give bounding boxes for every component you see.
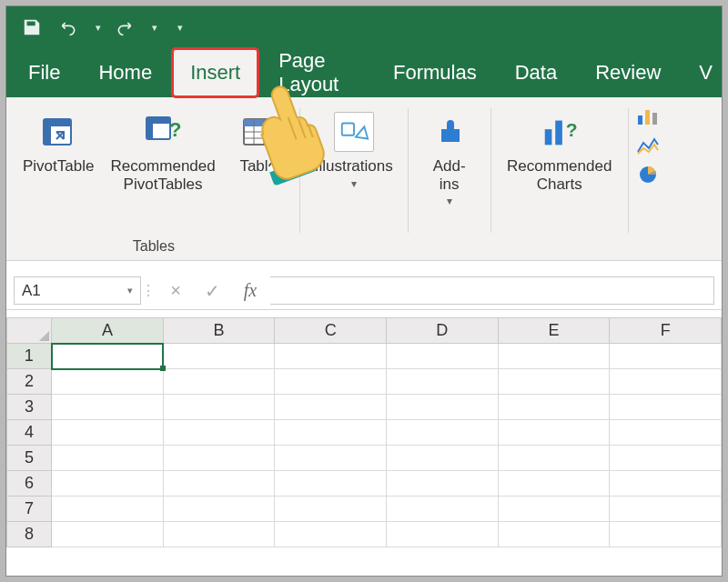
column-header-c[interactable]: C — [275, 318, 387, 344]
ribbon-group-charts: ? Recommended Charts — [495, 103, 624, 260]
cell[interactable] — [275, 344, 387, 369]
cell[interactable] — [387, 522, 499, 547]
recommended-pivottables-button[interactable]: ? Recommended PivotTables — [105, 106, 220, 196]
cell-a1[interactable] — [52, 344, 164, 369]
column-header-e[interactable]: E — [498, 318, 610, 344]
cell[interactable] — [52, 522, 164, 547]
cell[interactable] — [387, 369, 499, 395]
name-box[interactable]: A1 ▾ — [14, 276, 141, 305]
undo-caret-icon[interactable]: ▾ — [96, 22, 101, 34]
cell[interactable] — [498, 446, 610, 471]
column-header-b[interactable]: B — [163, 318, 275, 344]
cell[interactable] — [275, 446, 387, 471]
illustrations-button[interactable]: Illustrations ▾ — [309, 106, 399, 194]
cell[interactable] — [498, 497, 610, 522]
cell[interactable] — [387, 344, 499, 369]
cell[interactable] — [610, 446, 722, 471]
cell[interactable] — [163, 344, 275, 369]
fx-icon[interactable]: fx — [230, 280, 270, 301]
button-label: Recommended Charts — [507, 157, 612, 193]
bar-chart-icon[interactable] — [634, 105, 662, 128]
column-header-a[interactable]: A — [52, 318, 164, 344]
cell[interactable] — [610, 395, 722, 420]
cell[interactable] — [163, 522, 275, 547]
row-header[interactable]: 1 — [7, 344, 52, 369]
cell[interactable] — [52, 471, 164, 497]
cell[interactable] — [387, 497, 499, 522]
tab-view-truncated[interactable]: V — [681, 48, 718, 97]
select-all-corner[interactable] — [7, 318, 52, 344]
cell[interactable] — [498, 522, 610, 547]
tab-insert[interactable]: Insert — [172, 48, 258, 97]
line-chart-icon[interactable] — [634, 134, 662, 157]
cell[interactable] — [387, 395, 499, 420]
cell[interactable] — [275, 522, 387, 547]
cell[interactable] — [498, 395, 610, 420]
worksheet-grid[interactable]: A B C D E F 1 2 3 4 5 6 7 8 — [6, 317, 722, 547]
chart-type-mini-buttons — [632, 103, 663, 260]
cell[interactable] — [387, 420, 499, 446]
cell[interactable] — [610, 497, 722, 522]
tab-file[interactable]: File — [10, 48, 78, 97]
cell[interactable] — [610, 471, 722, 497]
row-header[interactable]: 8 — [7, 522, 52, 547]
addins-button[interactable]: Add- ins ▾ — [418, 106, 481, 211]
save-icon[interactable] — [19, 15, 45, 40]
svg-rect-16 — [544, 129, 551, 145]
group-label: Tables — [133, 235, 175, 258]
pie-chart-icon[interactable] — [634, 163, 662, 186]
svg-rect-13 — [341, 124, 353, 135]
cell[interactable] — [275, 497, 387, 522]
cell[interactable] — [163, 395, 275, 420]
cell[interactable] — [163, 446, 275, 471]
cell[interactable] — [498, 471, 610, 497]
qat-customize-icon[interactable]: ▾ — [177, 22, 183, 34]
row-header[interactable]: 7 — [7, 497, 52, 522]
tab-review[interactable]: Review — [577, 48, 679, 97]
cell[interactable] — [163, 369, 275, 395]
cell[interactable] — [275, 395, 387, 420]
cell[interactable] — [610, 522, 722, 547]
ribbon-group-illustrations: Illustrations ▾ — [304, 103, 404, 260]
tab-page-layout[interactable]: Page Layout — [260, 48, 373, 97]
cell[interactable] — [387, 471, 499, 497]
tab-data[interactable]: Data — [497, 48, 575, 97]
row-header[interactable]: 6 — [7, 471, 52, 497]
row-header[interactable]: 4 — [7, 420, 52, 446]
column-header-d[interactable]: D — [387, 318, 499, 344]
redo-icon[interactable] — [112, 15, 137, 40]
cell[interactable] — [498, 369, 610, 395]
row-header[interactable]: 3 — [7, 395, 52, 420]
redo-caret-icon[interactable]: ▾ — [152, 22, 157, 34]
recommended-charts-button[interactable]: ? Recommended Charts — [500, 106, 619, 196]
cell[interactable] — [275, 471, 387, 497]
cell[interactable] — [498, 420, 610, 446]
cell[interactable] — [52, 420, 164, 446]
cell[interactable] — [163, 420, 275, 446]
row-header[interactable]: 5 — [7, 446, 52, 471]
row-header[interactable]: 2 — [7, 369, 52, 395]
tab-formulas[interactable]: Formulas — [375, 48, 495, 97]
cell[interactable] — [275, 369, 387, 395]
cell[interactable] — [163, 497, 275, 522]
tab-home[interactable]: Home — [80, 48, 170, 97]
svg-text:?: ? — [169, 118, 181, 141]
cell[interactable] — [52, 497, 164, 522]
cell[interactable] — [163, 471, 275, 497]
formula-bar-gripper[interactable]: ⋮ — [141, 282, 157, 299]
cell[interactable] — [52, 446, 164, 471]
cell[interactable] — [387, 446, 499, 471]
table-button[interactable]: Table — [227, 106, 290, 179]
formula-input[interactable] — [270, 276, 714, 305]
cell[interactable] — [610, 344, 722, 369]
column-header-f[interactable]: F — [610, 318, 722, 344]
cell[interactable] — [275, 420, 387, 446]
cell[interactable] — [52, 395, 164, 420]
pivottable-button[interactable]: PivotTable — [17, 106, 99, 179]
cell[interactable] — [610, 369, 722, 395]
undo-icon[interactable] — [56, 15, 81, 40]
cell[interactable] — [610, 420, 722, 446]
cell[interactable] — [498, 344, 610, 369]
name-box-caret-icon[interactable]: ▾ — [127, 285, 133, 296]
cell[interactable] — [52, 369, 164, 395]
